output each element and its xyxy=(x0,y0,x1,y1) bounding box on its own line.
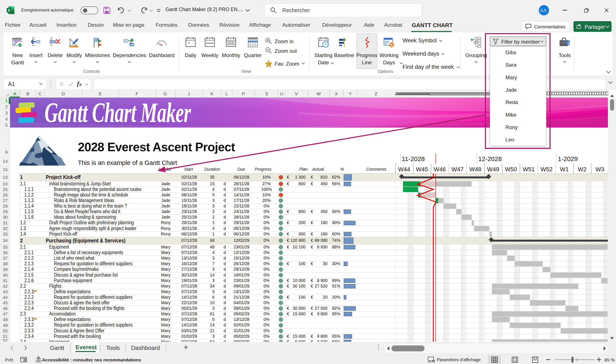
svg-text:X: X xyxy=(8,8,10,13)
